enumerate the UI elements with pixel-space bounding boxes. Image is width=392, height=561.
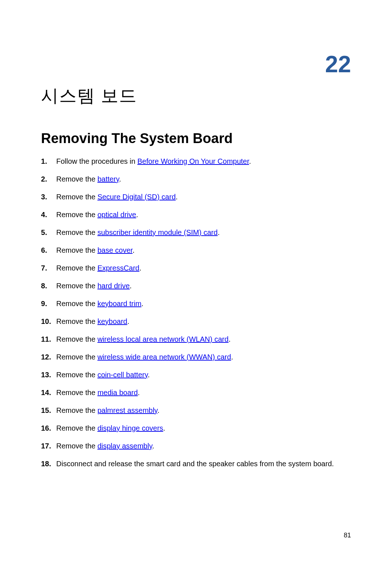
link-palmrest[interactable]: palmrest assembly xyxy=(97,406,157,414)
list-item: Remove the battery. xyxy=(41,174,351,184)
step-suffix: . xyxy=(152,442,154,450)
link-battery[interactable]: battery xyxy=(97,175,119,183)
list-item: Remove the media board. xyxy=(41,388,351,398)
list-item: Remove the hard drive. xyxy=(41,281,351,291)
page-number: 81 xyxy=(344,532,351,539)
list-item: Remove the wireless wide area network (W… xyxy=(41,352,351,362)
step-prefix: Remove the xyxy=(56,442,97,450)
step-prefix: Follow the procedures in xyxy=(56,157,137,165)
link-base-cover[interactable]: base cover xyxy=(97,246,132,254)
list-item: Remove the base cover. xyxy=(41,245,351,255)
list-item: Remove the coin-cell battery. xyxy=(41,370,351,380)
step-prefix: Disconnect and release the smart card an… xyxy=(56,460,334,468)
link-media-board[interactable]: media board xyxy=(97,389,138,397)
list-item: Remove the palmrest assembly. xyxy=(41,406,351,415)
step-prefix: Remove the xyxy=(56,175,97,183)
list-item: Remove the display hinge covers. xyxy=(41,423,351,433)
document-page: 22 시스템 보드 Removing The System Board Foll… xyxy=(0,0,392,469)
steps-list: Follow the procedures in Before Working … xyxy=(41,156,351,469)
link-optical-drive[interactable]: optical drive xyxy=(97,211,136,219)
step-suffix: . xyxy=(119,175,121,183)
step-suffix: . xyxy=(139,264,142,272)
chapter-number: 22 xyxy=(41,51,351,78)
step-suffix: . xyxy=(163,424,166,432)
link-wwan-card[interactable]: wireless wide area network (WWAN) card xyxy=(97,353,231,361)
link-hinge-covers[interactable]: display hinge covers xyxy=(97,424,163,432)
step-prefix: Remove the xyxy=(56,282,97,290)
step-suffix: . xyxy=(218,228,220,236)
link-sd-card[interactable]: Secure Digital (SD) card xyxy=(97,193,176,201)
step-prefix: Remove the xyxy=(56,371,97,379)
step-suffix: . xyxy=(231,353,233,361)
step-suffix: . xyxy=(138,389,140,397)
step-suffix: . xyxy=(132,246,135,254)
list-item: Remove the keyboard trim. xyxy=(41,299,351,309)
chapter-title: 시스템 보드 xyxy=(41,84,351,107)
step-suffix: . xyxy=(142,300,144,308)
link-sim-card[interactable]: subscriber identity module (SIM) card xyxy=(97,228,217,236)
step-suffix: . xyxy=(229,335,231,343)
list-item: Remove the ExpressCard. xyxy=(41,263,351,273)
link-expresscard[interactable]: ExpressCard xyxy=(97,264,139,272)
step-prefix: Remove the xyxy=(56,193,97,201)
list-item: Remove the display assembly. xyxy=(41,441,351,451)
link-before-working[interactable]: Before Working On Your Computer xyxy=(137,157,249,165)
step-suffix: . xyxy=(127,317,130,325)
list-item: Remove the Secure Digital (SD) card. xyxy=(41,192,351,202)
step-prefix: Remove the xyxy=(56,300,97,308)
list-item: Remove the wireless local area network (… xyxy=(41,334,351,344)
list-item: Disconnect and release the smart card an… xyxy=(41,459,351,469)
step-prefix: Remove the xyxy=(56,317,97,325)
link-display-assembly[interactable]: display assembly xyxy=(97,442,152,450)
step-suffix: . xyxy=(136,211,138,219)
link-hard-drive[interactable]: hard drive xyxy=(97,282,130,290)
step-prefix: Remove the xyxy=(56,335,97,343)
step-suffix: . xyxy=(148,371,150,379)
link-coin-cell[interactable]: coin-cell battery xyxy=(97,371,148,379)
step-prefix: Remove the xyxy=(56,424,97,432)
list-item: Follow the procedures in Before Working … xyxy=(41,156,351,166)
step-prefix: Remove the xyxy=(56,228,97,236)
step-prefix: Remove the xyxy=(56,246,97,254)
link-keyboard[interactable]: keyboard xyxy=(97,317,127,325)
step-prefix: Remove the xyxy=(56,389,97,397)
step-prefix: Remove the xyxy=(56,211,97,219)
list-item: Remove the optical drive. xyxy=(41,210,351,220)
step-suffix: . xyxy=(158,406,160,414)
link-keyboard-trim[interactable]: keyboard trim xyxy=(97,300,141,308)
step-prefix: Remove the xyxy=(56,353,97,361)
step-suffix: . xyxy=(130,282,132,290)
step-suffix: . xyxy=(176,193,178,201)
list-item: Remove the keyboard. xyxy=(41,317,351,326)
section-title: Removing The System Board xyxy=(41,131,351,146)
list-item: Remove the subscriber identity module (S… xyxy=(41,228,351,237)
link-wlan-card[interactable]: wireless local area network (WLAN) card xyxy=(97,335,228,343)
step-prefix: Remove the xyxy=(56,406,97,414)
step-prefix: Remove the xyxy=(56,264,97,272)
step-suffix: . xyxy=(249,157,251,165)
